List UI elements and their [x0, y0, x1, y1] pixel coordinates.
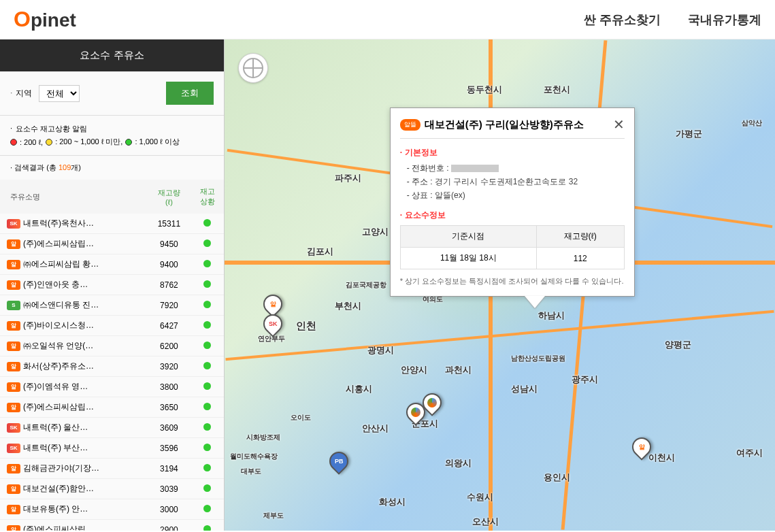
nav-domestic-stats[interactable]: 국내유가통계 [688, 12, 761, 28]
station-name-cell[interactable]: 알김해금관가야(기장… [0, 459, 147, 479]
col-inventory[interactable]: 재고량 (ℓ) [147, 180, 191, 214]
nav-cheap-stations[interactable]: 싼 주유소찾기 [584, 12, 661, 28]
status-dot [203, 423, 211, 431]
table-row[interactable]: 알대보유통(주) 안…3000 [0, 499, 224, 520]
table-row[interactable]: 알(주)에스피씨삼립…3650 [0, 397, 224, 418]
station-name-cell[interactable]: SK내트럭(주) 부산… [0, 438, 147, 459]
table-row[interactable]: 알화서(상주)주유소…3920 [0, 356, 224, 377]
status-dot [203, 219, 211, 227]
map[interactable]: 서울 인천 고양시 김포시 부천시 광명시 안양시 과천시 시흥시 안산시 군포… [225, 39, 775, 531]
logo-o: O [14, 7, 31, 31]
legend-dot-yellow [46, 139, 52, 146]
search-button[interactable]: 조회 [166, 82, 214, 105]
status-dot [203, 301, 211, 308]
col-name[interactable]: 주유소명 [0, 180, 147, 214]
station-inventory: 6427 [147, 316, 191, 336]
table-row[interactable]: 알대보건설(주)함안…3039 [0, 479, 224, 499]
station-status [191, 499, 224, 520]
station-info-popup: 알뜰 대보건설(주) 구리(일산방향)주유소 ✕ 기본정보 - 전화번호 : -… [390, 107, 635, 297]
map-marker[interactable]: PB [329, 452, 350, 478]
popup-note: * 상기 요소수정보는 특정시점에 조사되어 실제와 다를 수 있습니다. [400, 276, 625, 286]
map-marker[interactable]: 알 [632, 437, 653, 463]
station-inventory: 6200 [147, 336, 191, 356]
status-dot [203, 321, 211, 329]
table-row[interactable]: S㈜에스앤디유통 진…7920 [0, 295, 224, 316]
station-name-cell[interactable]: 알(주)바이오시스청… [0, 316, 147, 336]
table-row[interactable]: 알(주)에스피씨삼립…9450 [0, 234, 224, 254]
map-label-gwangmyeong: 광명시 [367, 344, 394, 356]
col-status[interactable]: 재고 상황 [191, 180, 224, 214]
region-select[interactable]: 전체 [39, 85, 80, 102]
table-row[interactable]: SK내트럭(주) 부산…3596 [0, 438, 224, 459]
popup-basic-info-title: 기본정보 [400, 147, 625, 159]
region-label: 지역 [10, 88, 32, 99]
station-status [191, 275, 224, 295]
logo[interactable]: Opinet [14, 7, 76, 32]
popup-td-time: 11월 18일 18시 [400, 248, 536, 269]
map-label-gapyeong: 가평군 [676, 128, 702, 140]
sidebar-title: 요소수 주유소 [0, 39, 224, 71]
station-name-cell[interactable]: 알㈜에스피씨삼립 황… [0, 254, 147, 275]
brand-icon: 알 [7, 525, 20, 531]
station-name-cell[interactable]: 알(주)에스피씨삼립… [0, 234, 147, 254]
station-status [191, 356, 224, 377]
brand-icon: 알 [7, 464, 20, 473]
station-status [191, 418, 224, 438]
station-name-cell[interactable]: 알(주)이엠석유 영… [0, 377, 147, 397]
close-icon[interactable]: ✕ [613, 118, 625, 131]
table-row[interactable]: SK내트럭(주)옥천사…15311 [0, 214, 224, 234]
table-row[interactable]: SK내트럭(주) 울산…3609 [0, 418, 224, 438]
station-name-cell[interactable]: SK내트럭(주)옥천사… [0, 214, 147, 234]
map-marker[interactable]: SK [263, 314, 284, 340]
table-row[interactable]: 알(주)바이오시스청…6427 [0, 316, 224, 336]
map-label-paju: 파주시 [335, 172, 361, 184]
map-label-gwacheon: 과천시 [445, 364, 472, 376]
station-inventory: 9400 [147, 254, 191, 275]
table-row[interactable]: 알김해금관가야(기장…3194 [0, 459, 224, 479]
station-name-cell[interactable]: 알대보건설(주)함안… [0, 479, 147, 499]
station-inventory: 3194 [147, 459, 191, 479]
map-label-namhansan: 남한산성도립공원 [511, 354, 565, 363]
map-label-yeoju: 여주시 [736, 447, 763, 459]
map-label-gimpo-airport: 김포국제공항 [346, 280, 386, 290]
station-status [191, 377, 224, 397]
table-row[interactable]: 알(주)이엠석유 영…3800 [0, 377, 224, 397]
table-row[interactable]: 알(주)에스피씨삼립…2900 [0, 520, 224, 531]
station-name-cell[interactable]: 알대보유통(주) 안… [0, 499, 147, 520]
map-label-dongducheon: 동두천시 [467, 84, 502, 96]
status-dot [203, 484, 211, 492]
station-name-cell[interactable]: 알㈜오일석유 언양(… [0, 336, 147, 356]
station-inventory: 2900 [147, 520, 191, 531]
table-row[interactable]: 알(주)인앤아웃 충…8762 [0, 275, 224, 295]
station-status [191, 459, 224, 479]
legend-red-text: : 200 ℓ, [20, 138, 43, 146]
station-name-cell[interactable]: SK내트럭(주) 울산… [0, 418, 147, 438]
status-dot [203, 403, 211, 410]
status-dot [203, 362, 211, 369]
station-name-cell[interactable]: 알화서(상주)주유소… [0, 356, 147, 377]
station-status [191, 397, 224, 418]
brand-icon: S [7, 301, 20, 310]
brand-icon: 알 [7, 484, 20, 494]
station-name-cell[interactable]: S㈜에스앤디유통 진… [0, 295, 147, 316]
map-compass[interactable] [238, 53, 268, 83]
table-row[interactable]: 알㈜에스피씨삼립 황…9400 [0, 254, 224, 275]
map-label-seongnam: 성남시 [511, 383, 538, 395]
station-name-cell[interactable]: 알(주)에스피씨삼립… [0, 397, 147, 418]
station-name-cell[interactable]: 알(주)에스피씨삼립… [0, 520, 147, 531]
table-row[interactable]: 알㈜오일석유 언양(…6200 [0, 336, 224, 356]
map-label-suwon: 수원시 [467, 491, 493, 503]
map-marker[interactable] [423, 393, 443, 419]
station-status [191, 214, 224, 234]
map-label-icheon: 이천시 [648, 452, 675, 464]
brand-icon: 알 [7, 342, 20, 351]
station-inventory: 8762 [147, 275, 191, 295]
brand-icon: 알 [7, 321, 20, 331]
map-label-hanam: 하남시 [538, 310, 565, 322]
map-label-anyang: 안양시 [401, 364, 427, 376]
map-label-gimpo: 김포시 [307, 246, 333, 258]
station-status [191, 336, 224, 356]
station-name-cell[interactable]: 알(주)인앤아웃 충… [0, 275, 147, 295]
station-inventory: 3609 [147, 418, 191, 438]
station-status [191, 295, 224, 316]
